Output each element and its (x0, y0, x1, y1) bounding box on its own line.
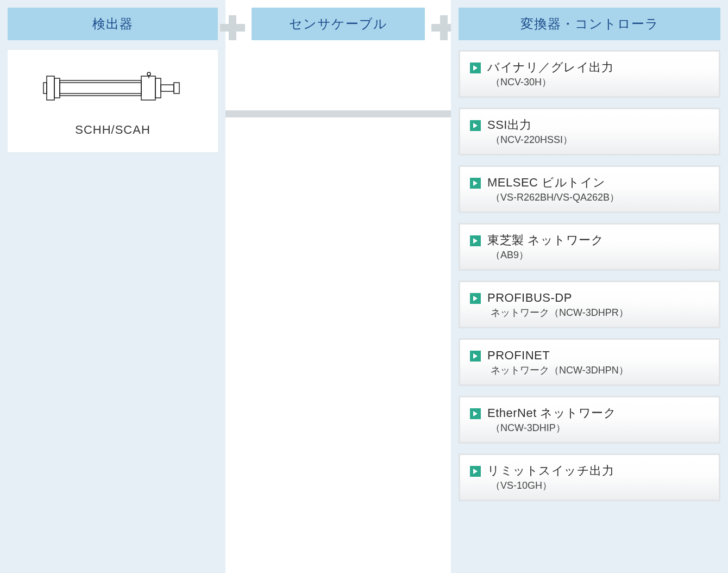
arrow-right-icon (470, 466, 481, 477)
controller-subtitle: ネットワーク（NCW-3DHPN） (487, 364, 629, 377)
controller-button[interactable]: EtherNet ネットワーク（NCW-3DHIP） (459, 396, 720, 444)
svg-rect-1 (54, 78, 60, 98)
controller-text: PROFINETネットワーク（NCW-3DHPN） (487, 347, 629, 377)
detector-header: 検出器 (8, 8, 218, 40)
detector-product-label: SCHH/SCAH (13, 123, 212, 137)
controller-subtitle: （VS-R262BH/VS-QA262B） (487, 191, 619, 204)
controller-button[interactable]: リミットスイッチ出力（VS-10GH） (459, 453, 720, 501)
controller-title: EtherNet ネットワーク (487, 405, 616, 421)
controller-title: MELSEC ビルトイン (487, 175, 619, 191)
arrow-right-icon (470, 63, 481, 73)
controller-subtitle: ネットワーク（NCW-3DHPR） (487, 306, 629, 319)
detector-product-image (42, 66, 184, 110)
controller-button[interactable]: 東芝製 ネットワーク（AB9） (459, 223, 720, 271)
converter-column: 変換器・コントローラ バイナリ／グレイ出力（NCV-30H）SSI出力（NCV-… (451, 0, 728, 573)
controller-title: 東芝製 ネットワーク (487, 232, 604, 248)
controller-list: バイナリ／グレイ出力（NCV-30H）SSI出力（NCV-220HSSI）MEL… (459, 50, 720, 501)
controller-title: PROFINET (487, 347, 629, 364)
sensor-cable-column: センサケーブル (225, 0, 451, 573)
svg-rect-0 (47, 76, 54, 100)
controller-button[interactable]: PROFIBUS-DPネットワーク（NCW-3DHPR） (459, 281, 720, 328)
controller-subtitle: （NCV-220HSSI） (487, 133, 573, 146)
detector-product-card: SCHH/SCAH (8, 50, 218, 152)
layout-container: 検出器 (0, 0, 728, 573)
controller-subtitle: （NCV-30H） (487, 76, 613, 89)
controller-title: SSI出力 (487, 117, 573, 133)
controller-text: MELSEC ビルトイン（VS-R262BH/VS-QA262B） (487, 175, 619, 204)
controller-text: 東芝製 ネットワーク（AB9） (487, 232, 604, 261)
svg-rect-8 (161, 85, 174, 91)
controller-title: リミットスイッチ出力 (487, 463, 614, 479)
connector-line (225, 110, 451, 117)
arrow-right-icon (470, 293, 481, 304)
sensor-cable-header: センサケーブル (252, 8, 425, 40)
controller-title: PROFIBUS-DP (487, 290, 629, 306)
controller-text: バイナリ／グレイ出力（NCV-30H） (487, 59, 613, 89)
svg-rect-7 (43, 83, 47, 94)
arrow-right-icon (470, 178, 481, 189)
controller-text: SSI出力（NCV-220HSSI） (487, 117, 573, 146)
arrow-right-icon (470, 235, 481, 246)
arrow-right-icon (470, 120, 481, 131)
arrow-right-icon (470, 351, 481, 362)
controller-title: バイナリ／グレイ出力 (487, 59, 613, 76)
controller-subtitle: （VS-10GH） (487, 479, 614, 492)
svg-rect-9 (174, 83, 179, 94)
svg-point-10 (147, 72, 150, 76)
detector-column: 検出器 (0, 0, 225, 573)
controller-button[interactable]: MELSEC ビルトイン（VS-R262BH/VS-QA262B） (459, 165, 720, 213)
controller-button[interactable]: バイナリ／グレイ出力（NCV-30H） (459, 50, 720, 98)
arrow-right-icon (470, 408, 481, 419)
controller-subtitle: （AB9） (487, 248, 604, 261)
svg-rect-5 (141, 76, 155, 100)
svg-rect-6 (155, 78, 161, 98)
controller-button[interactable]: PROFINETネットワーク（NCW-3DHPN） (459, 338, 720, 386)
controller-text: EtherNet ネットワーク（NCW-3DHIP） (487, 405, 616, 434)
controller-subtitle: （NCW-3DHIP） (487, 421, 616, 434)
controller-button[interactable]: SSI出力（NCV-220HSSI） (459, 108, 720, 155)
converter-header: 変換器・コントローラ (459, 8, 720, 40)
controller-text: リミットスイッチ出力（VS-10GH） (487, 463, 614, 492)
controller-text: PROFIBUS-DPネットワーク（NCW-3DHPR） (487, 290, 629, 319)
